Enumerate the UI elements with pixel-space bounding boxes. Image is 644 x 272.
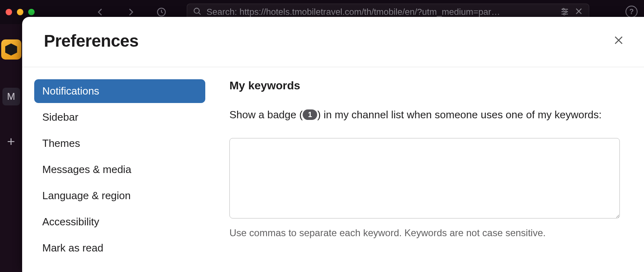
- modal-body: Notifications Sidebar Themes Messages & …: [22, 67, 644, 272]
- filter-icon[interactable]: [560, 6, 570, 18]
- preferences-modal: Preferences Notifications Sidebar Themes…: [22, 17, 644, 272]
- desc-text-before: Show a badge (: [229, 109, 303, 121]
- my-keywords-heading: My keywords: [229, 79, 620, 92]
- workspace-logo-icon: [5, 43, 17, 56]
- sidebar-item-themes[interactable]: Themes: [34, 132, 205, 155]
- clear-search-button[interactable]: [574, 7, 583, 17]
- workspace-switcher: M +: [0, 24, 22, 272]
- preferences-content: My keywords Show a badge (1) in my chann…: [217, 67, 644, 272]
- keywords-description: Show a badge (1) in my channel list when…: [229, 107, 620, 124]
- sidebar-item-messages-media[interactable]: Messages & media: [34, 158, 205, 181]
- history-nav: [95, 7, 167, 17]
- search-text: Search: https://hotels.tmobiletravel.com…: [206, 7, 555, 17]
- modal-title: Preferences: [44, 31, 138, 51]
- keywords-helper-text: Use commas to separate each keyword. Key…: [229, 227, 620, 239]
- sidebar-item-notifications[interactable]: Notifications: [34, 79, 205, 103]
- sidebar-item-sidebar[interactable]: Sidebar: [34, 105, 205, 129]
- forward-button[interactable]: [126, 7, 136, 17]
- workspace-badge-active[interactable]: [1, 39, 21, 60]
- keywords-textarea[interactable]: [229, 138, 620, 218]
- add-workspace-button[interactable]: +: [7, 134, 15, 149]
- badge-count-pill: 1: [303, 109, 317, 120]
- window-minimize-button[interactable]: [17, 9, 23, 15]
- window-close-button[interactable]: [6, 9, 12, 15]
- back-button[interactable]: [95, 7, 105, 17]
- desc-text-after: ) in my channel list when someone uses o…: [317, 109, 602, 121]
- search-icon: [193, 7, 202, 17]
- workspace-badge-secondary[interactable]: M: [2, 88, 20, 105]
- help-button[interactable]: ?: [625, 6, 638, 18]
- modal-close-button[interactable]: [611, 33, 626, 49]
- svg-point-5: [565, 11, 567, 12]
- modal-header: Preferences: [22, 17, 644, 67]
- svg-point-1: [194, 8, 199, 13]
- window-maximize-button[interactable]: [28, 9, 35, 15]
- sidebar-item-mark-as-read[interactable]: Mark as read: [34, 236, 205, 260]
- history-button[interactable]: [156, 7, 167, 17]
- svg-point-7: [564, 13, 565, 15]
- window-controls: [6, 9, 35, 15]
- preferences-sidebar: Notifications Sidebar Themes Messages & …: [22, 67, 217, 272]
- sidebar-item-accessibility[interactable]: Accessibility: [34, 210, 205, 234]
- svg-point-3: [563, 8, 564, 10]
- sidebar-item-language-region[interactable]: Language & region: [34, 184, 205, 208]
